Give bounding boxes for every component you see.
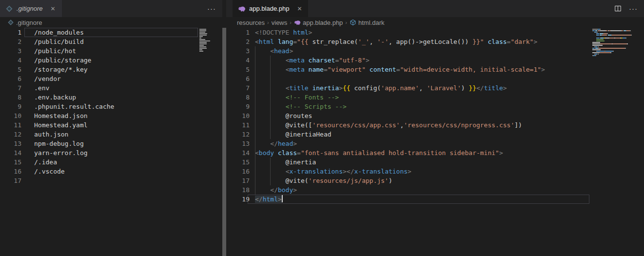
line-number[interactable]: 4 [226,56,250,65]
line-number[interactable]: 16 [226,167,250,176]
line-number[interactable]: 14 [0,148,21,158]
code-line[interactable]: 10 @routes [226,111,644,120]
code-line[interactable]: 6/vendor [0,74,222,83]
split-editor-icon[interactable] [614,5,622,12]
code-line[interactable]: 14<body class="font-sans antialiased hol… [226,148,644,158]
code-line[interactable]: 8 <!-- Fonts --> [226,93,644,102]
breadcrumb-item-app-blade-php[interactable]: app.blade.php [294,19,343,26]
code-line[interactable]: 12auth.json [0,130,222,139]
line-number[interactable]: 15 [0,158,21,167]
code-line[interactable]: 3/public/hot [0,46,222,56]
code-line[interactable]: 16/.vscode [0,167,222,176]
line-number[interactable]: 11 [226,120,250,130]
more-actions-icon[interactable]: ··· [629,5,638,12]
breadcrumb-item-views[interactable]: views [272,19,288,26]
line-number[interactable]: 3 [226,46,250,56]
code-line[interactable]: 3 <head> [226,46,644,56]
code-token: > [533,38,537,45]
breadcrumb-item-html-dark[interactable]: html.dark [350,19,384,26]
code-line[interactable]: 7 <title inertia>{{ config('app.name', '… [226,83,644,93]
line-number[interactable]: 1 [226,28,250,37]
code-line[interactable]: 2/public/build [0,37,222,46]
line-number[interactable]: 11 [0,120,21,130]
line-number[interactable]: 9 [0,102,21,111]
code-line[interactable]: 1<!DOCTYPE html> [226,28,644,37]
line-number[interactable]: 8 [0,93,21,102]
code-line[interactable]: 1/node_modules [0,28,222,37]
line-number[interactable]: 17 [0,176,21,185]
code-line[interactable]: 5 <meta name="viewport" content="width=d… [226,65,644,74]
line-number[interactable]: 10 [0,111,21,120]
code-line[interactable]: 19</html> [226,195,644,204]
line-number[interactable]: 5 [0,65,21,74]
breadcrumb-item-resources[interactable]: resources [237,19,265,26]
line-number[interactable]: 4 [0,56,21,65]
tab-label: app.blade.php [249,5,289,12]
breadcrumb-label: html.dark [358,19,384,26]
close-tab-icon[interactable]: ✕ [49,5,57,13]
code-line[interactable]: 11 @vite(['resources/css/app.css','resou… [226,120,644,130]
line-number[interactable]: 13 [226,139,250,148]
code-line[interactable]: 9.phpunit.result.cache [0,102,222,111]
line-number[interactable]: 12 [0,130,21,139]
line-number[interactable]: 16 [0,167,21,176]
line-number[interactable]: 2 [226,37,250,46]
code-line[interactable]: 4/public/storage [0,56,222,65]
code-line[interactable]: 11Homestead.yaml [0,120,222,130]
code-token: class [278,149,297,157]
line-number[interactable]: 2 [0,37,21,46]
line-number[interactable]: 18 [226,185,250,195]
breadcrumb-item--gitignore[interactable]: .gitignore [7,19,42,26]
code-line[interactable]: 17 @vite('resources/js/app.js') [226,176,644,185]
line-number[interactable]: 8 [226,93,250,102]
tab-gitignore[interactable]: .gitignore ✕ [0,0,62,17]
code-line[interactable]: 16 <x-translations></x-translations> [226,167,644,176]
code-line[interactable]: 13 </head> [226,139,644,148]
code-token: html [259,38,274,45]
code-line[interactable]: 7.env [0,83,222,93]
tab-app-blade-php[interactable]: app.blade.php ✕ [233,0,308,17]
code-line[interactable]: 14yarn-error.log [0,148,222,158]
code-line[interactable]: 10Homestead.json [0,111,222,120]
line-number[interactable]: 12 [226,130,250,139]
gitignore-code-editor[interactable]: 1/node_modules2/public/build3/public/hot… [0,28,222,256]
line-number[interactable]: 15 [226,158,250,167]
line-number[interactable]: 5 [226,65,250,74]
code-line[interactable]: 5/storage/*.key [0,65,222,74]
minimap-left[interactable] [199,29,216,54]
line-number[interactable]: 7 [226,83,250,93]
code-token: </ [270,186,278,194]
code-line[interactable]: 13npm-debug.log [0,139,222,148]
code-token [274,38,278,45]
close-tab-icon[interactable]: ✕ [295,5,303,13]
code-line[interactable]: 6 [226,74,644,83]
indent-guide [255,56,255,65]
line-number[interactable]: 7 [0,83,21,93]
code-token: "utf-8" [339,57,366,64]
more-actions-icon[interactable]: ··· [207,5,216,12]
code-line[interactable]: 9 <!-- Scripts --> [226,102,644,111]
line-number[interactable]: 19 [226,195,250,204]
editor-group-sash[interactable] [222,28,226,256]
blade-code-editor[interactable]: 1<!DOCTYPE html>2<html lang="{{ str_repl… [226,28,644,256]
line-number[interactable]: 6 [0,74,21,83]
code-line[interactable]: 2<html lang="{{ str_replace('_', '-', ap… [226,37,644,46]
line-number[interactable]: 6 [226,74,250,83]
minimap-right[interactable] [592,29,638,57]
code-token: @routes [255,112,312,119]
line-number[interactable]: 10 [226,111,250,120]
line-number[interactable]: 14 [226,148,250,158]
line-number[interactable]: 13 [0,139,21,148]
code-line[interactable]: 15 @inertia [226,158,644,167]
code-token: < [270,47,274,55]
line-number[interactable]: 9 [226,102,250,111]
code-line[interactable]: 12 @inertiaHead [226,130,644,139]
code-line[interactable]: 4 <meta charset="utf-8"> [226,56,644,65]
code-line[interactable]: 18 </body> [226,185,644,195]
line-number[interactable]: 3 [0,46,21,56]
code-line[interactable]: 17 [0,176,222,185]
code-line[interactable]: 8.env.backup [0,93,222,102]
code-line[interactable]: 15/.idea [0,158,222,167]
line-number[interactable]: 1 [0,28,21,37]
line-number[interactable]: 17 [226,176,250,185]
